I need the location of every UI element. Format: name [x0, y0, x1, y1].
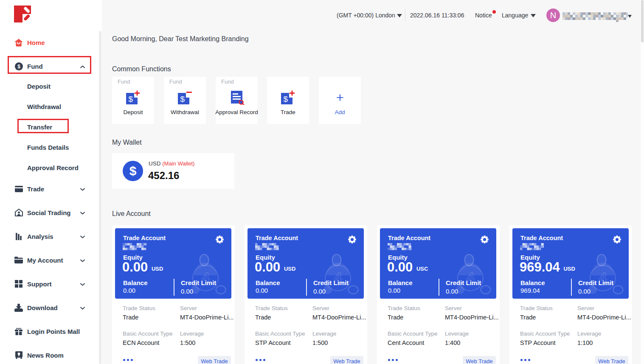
- svg-text:$: $: [283, 95, 288, 104]
- svg-text:$: $: [128, 95, 133, 104]
- svg-text:$: $: [180, 95, 185, 104]
